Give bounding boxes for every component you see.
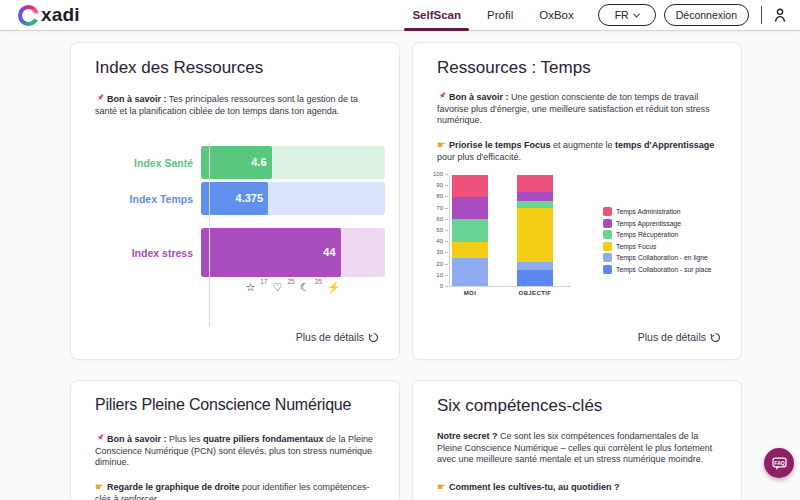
bar-row-index-temps: Index Temps4.375: [79, 182, 385, 215]
card-resources-index: Index des Ressources Bon à savoir : Tes …: [70, 42, 400, 360]
text-segment: Notre secret ?: [437, 431, 498, 441]
chart-legend: Temps AdministrationTemps ApprentissageT…: [603, 207, 712, 274]
segment-temps-collaboration-en-ligne: [517, 262, 553, 271]
segment-temps-recuperation: [517, 201, 553, 209]
text-segment: Bon à savoir :: [449, 92, 509, 102]
svg-text:FAQ: FAQ: [774, 459, 784, 465]
legend-item-temps-administration: Temps Administration: [603, 207, 712, 216]
y-tick-label: 30: [425, 249, 443, 255]
segment-temps-administration: [517, 175, 553, 192]
legend-label: Temps Focus: [616, 243, 656, 250]
legend-label: Temps Récupération: [616, 231, 678, 238]
pointing-hand-icon: ☛: [95, 481, 104, 492]
y-tick-label: 10: [425, 272, 443, 278]
axis-count: 17: [260, 278, 267, 285]
axis-count: 35: [315, 278, 322, 285]
header-divider: [761, 6, 762, 24]
account-button[interactable]: [772, 7, 788, 23]
text-segment: Bon à savoir :: [107, 434, 167, 444]
chevron-down-icon: [633, 10, 640, 17]
tip-text: ☛Priorise le temps Focus et augmente le …: [437, 139, 721, 163]
legend-swatch: [603, 242, 612, 251]
card-pillars: Piliers Pleine Conscience Numérique Bon …: [70, 380, 400, 500]
legend-label: Temps Collaboration - sur place: [616, 266, 712, 273]
bar-fill-value: 4.375: [201, 182, 268, 215]
legend-label: Temps Apprentissage: [616, 220, 681, 227]
pointing-hand-icon: ☛: [437, 481, 446, 492]
details-link[interactable]: Plus de détails: [296, 331, 379, 343]
pin-icon: [95, 93, 105, 103]
category-label: MOI: [452, 290, 488, 296]
axis-star-icon: ☆: [245, 280, 255, 294]
bar-fill-value: 44: [201, 228, 341, 277]
tip-rich: Priorise le temps Focus et augmente le t…: [437, 140, 714, 162]
y-tick-label: 80: [425, 193, 443, 199]
legend-item-temps-collaboration-en-ligne: Temps Collaboration - en ligne: [603, 253, 712, 262]
stacked-bar-moi: [452, 175, 488, 286]
time-stacked-chart: 0102030405060708090100 MOIOBJECTIF: [423, 169, 593, 319]
y-tick-label: 60: [425, 216, 443, 222]
text-segment: Priorise le temps Focus: [449, 140, 551, 150]
card-title: Piliers Pleine Conscience Numérique: [95, 396, 351, 414]
plot-area: MOIOBJECTIF: [449, 175, 571, 287]
text-segment: Bon à savoir :: [107, 94, 167, 104]
legend-item-temps-apprentissage: Temps Apprentissage: [603, 219, 712, 228]
y-tick-label: 90: [425, 182, 443, 188]
refresh-icon: [368, 332, 379, 343]
tip-text: ☛Regarde le graphique de droite pour ide…: [95, 481, 379, 500]
bar-rows: Index Santé4.6Index Temps4.375Index stre…: [79, 146, 385, 277]
legend-swatch: [603, 219, 612, 228]
language-button[interactable]: FR: [598, 4, 656, 26]
details-link[interactable]: Plus de détails: [638, 331, 721, 343]
bar-fill-value: 4.6: [201, 146, 272, 179]
legend-item-temps-focus: Temps Focus: [603, 242, 712, 251]
bar-label: Index stress: [79, 247, 201, 259]
bar-label: Index Santé: [79, 157, 201, 169]
card-title: Index des Ressources: [95, 58, 263, 78]
brand-name: xadi: [41, 4, 80, 26]
tip-rich: Regarde le graphique de droite pour iden…: [95, 482, 370, 500]
text-segment: Comment les cultives-tu, au quotidien ?: [449, 482, 620, 492]
text-segment: temps d'Apprentissage: [615, 140, 714, 150]
resources-bar-chart: Index Santé4.6Index Temps4.375Index stre…: [79, 143, 385, 333]
segment-temps-apprentissage: [517, 192, 553, 201]
segment-temps-collaboration-en-ligne: [452, 258, 488, 286]
text-segment: quatre piliers fondamentaux: [203, 434, 324, 444]
note-text: Bon à savoir : Tes principales ressource…: [95, 93, 379, 117]
bar-row-index-sante: Index Santé4.6: [79, 146, 385, 179]
header: xadi SelfScan Profil OxBox FR Déconnexio…: [0, 0, 800, 31]
tip-rich: Comment les cultives-tu, au quotidien ?: [449, 482, 620, 492]
card-title: Ressources : Temps: [437, 58, 591, 78]
segment-temps-focus: [517, 208, 553, 261]
category-label: OBJECTIF: [517, 290, 553, 296]
axis-moon-icon: ☾: [300, 280, 310, 294]
segment-temps-collaboration-sur-place: [517, 270, 553, 286]
faq-bubble-icon: FAQ: [771, 455, 788, 472]
tip-text: ☛Comment les cultives-tu, au quotidien ?: [437, 481, 721, 494]
logout-button[interactable]: Déconnexion: [664, 4, 749, 26]
tab-oxbox[interactable]: OxBox: [539, 0, 574, 31]
chart-axis-line: [209, 143, 210, 326]
intro-rich: Notre secret ? Ce sont les six compétenc…: [437, 431, 712, 464]
tab-profil[interactable]: Profil: [487, 0, 513, 31]
legend-label: Temps Collaboration - en ligne: [616, 254, 708, 261]
faq-button[interactable]: FAQ: [764, 448, 794, 478]
legend-item-temps-collaboration-sur-place: Temps Collaboration - sur place: [603, 265, 712, 274]
y-tick-label: 0: [425, 283, 443, 289]
bar-label: Index Temps: [79, 193, 201, 205]
legend-label: Temps Administration: [616, 208, 681, 215]
text-segment: et augmente le: [551, 140, 616, 150]
refresh-icon: [710, 332, 721, 343]
legend-swatch: [603, 265, 612, 274]
bar-track: 44: [201, 228, 385, 277]
brand-logo[interactable]: xadi: [18, 4, 80, 26]
card-time-resources: Ressources : Temps Bon à savoir : Une ge…: [412, 42, 742, 360]
axis-count: 25: [287, 278, 294, 285]
pin-icon: [437, 91, 447, 101]
y-tick-label: 40: [425, 238, 443, 244]
page: xadi SelfScan Profil OxBox FR Déconnexio…: [0, 0, 800, 500]
stacked-bar-objectif: [517, 175, 553, 286]
y-tick-label: 20: [425, 261, 443, 267]
tab-selfscan[interactable]: SelfScan: [412, 0, 461, 31]
oxadi-ring-icon: [18, 5, 39, 26]
